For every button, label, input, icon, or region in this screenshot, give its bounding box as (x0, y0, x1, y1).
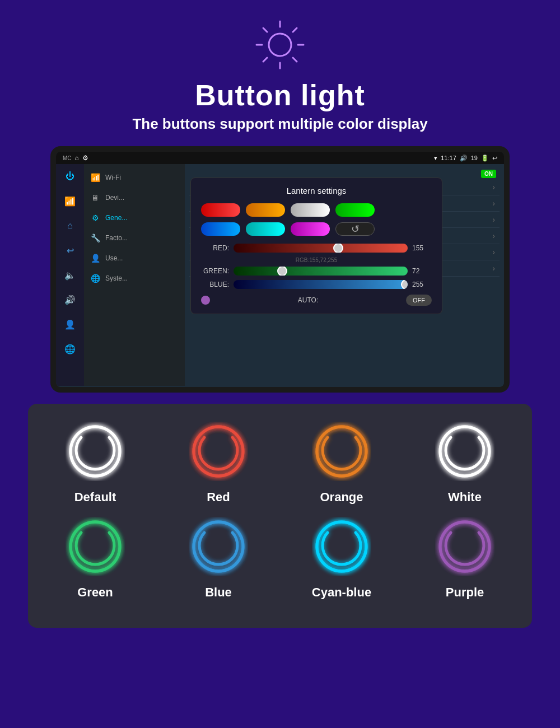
sidebar-vol-up-icon[interactable]: 🔊 (62, 292, 78, 307)
system-label: Syste... (105, 274, 128, 282)
red-slider-row: RED: 155 (201, 244, 432, 253)
wifi-menu-icon: 📶 (90, 172, 101, 183)
power-item-cyan-blue: Cyan-blue (286, 516, 398, 600)
purple-dot (201, 296, 210, 305)
device-label: Devi... (105, 194, 124, 202)
color-swatches-row1 (201, 203, 432, 217)
swatch-green[interactable] (335, 203, 375, 217)
top-section: Button light The buttons support multipl… (0, 0, 560, 146)
chevron-4: › (492, 231, 495, 240)
power-item-blue: Blue (162, 516, 274, 600)
status-mc: MC (63, 155, 72, 161)
power-item-purple: Purple (409, 516, 521, 600)
settings-user[interactable]: 👤 Use... (84, 248, 185, 268)
red-thumb[interactable] (333, 244, 343, 253)
red-label: RED: (201, 244, 229, 252)
wifi-icon: ▾ (434, 155, 437, 162)
chevron-1: › (492, 183, 495, 192)
red-track[interactable] (234, 244, 408, 253)
power-icon-blue (188, 516, 249, 577)
sidebar-power-icon[interactable]: ⏻ (62, 169, 78, 184)
red-value: 155 (412, 244, 432, 252)
bottom-section: Default Red (28, 404, 532, 628)
device-container: MC ⌂ ⚙ ▾ 11:17 🔊 19 🔋 ↩ ⏻ 📶 (0, 146, 560, 393)
swatch-white[interactable] (291, 203, 330, 217)
volume-icon: 🔊 (460, 155, 468, 162)
general-label: Gene... (105, 214, 127, 222)
power-label-purple: Purple (446, 585, 484, 600)
chevron-2: › (492, 199, 495, 208)
svg-line-6 (293, 28, 297, 32)
status-bar: MC ⌂ ⚙ ▾ 11:17 🔊 19 🔋 ↩ (56, 152, 504, 164)
power-grid-row1: Default Red (39, 421, 521, 505)
green-thumb[interactable] (277, 267, 287, 276)
swatch-blue-grad[interactable] (201, 222, 240, 236)
power-icon-purple (434, 516, 496, 577)
settings-factory[interactable]: 🔧 Facto... (84, 228, 185, 248)
left-sidebar: ⏻ 📶 ⌂ ↩ 🔈 🔊 👤 🌐 (56, 164, 84, 386)
sidebar-user-icon[interactable]: 👤 (62, 316, 78, 332)
power-label-default: Default (74, 490, 116, 505)
green-label: GREEN: (201, 267, 229, 275)
power-grid-row2: Green Blue (39, 516, 521, 600)
auto-label: AUTO: (298, 296, 318, 304)
swatch-pink[interactable] (291, 222, 330, 236)
auto-toggle[interactable]: OFF (406, 295, 432, 306)
power-label-white: White (448, 490, 482, 505)
status-right: ▾ 11:17 🔊 19 🔋 ↩ (434, 155, 497, 162)
blue-track[interactable] (234, 280, 408, 289)
green-slider-row: GREEN: 72 (201, 267, 432, 276)
sidebar-vol-down-icon[interactable]: 🔈 (62, 267, 78, 283)
power-icon-cyan-blue (311, 516, 372, 577)
lantern-dialog-title: Lantern settings (201, 186, 432, 195)
settings-wifi[interactable]: 📶 Wi-Fi (84, 167, 185, 188)
device-mockup: MC ⌂ ⚙ ▾ 11:17 🔊 19 🔋 ↩ ⏻ 📶 (50, 146, 510, 393)
power-label-blue: Blue (205, 585, 232, 600)
swatch-cyan[interactable] (246, 222, 285, 236)
settings-panel: 📶 Wi-Fi 🖥 Devi... ⚙ Gene... 🔧 Facto... (84, 164, 185, 386)
green-value: 72 (412, 267, 432, 275)
settings-icon-small: ⚙ (82, 154, 88, 162)
chevron-5: › (492, 248, 495, 256)
sidebar-globe-icon[interactable]: 🌐 (62, 341, 78, 357)
device-screen: MC ⌂ ⚙ ▾ 11:17 🔊 19 🔋 ↩ ⏻ 📶 (56, 152, 504, 387)
wifi-label: Wi-Fi (105, 174, 121, 181)
globe-menu-icon: 🌐 (90, 273, 101, 284)
battery-level: 19 (471, 155, 478, 161)
power-icon-white (434, 421, 496, 482)
power-icon-orange (311, 421, 372, 482)
user-menu-icon: 👤 (90, 253, 101, 264)
swatch-cycle[interactable]: ↺ (335, 222, 375, 236)
rgb-text-label: RGB:155,72,255 (201, 257, 432, 263)
sidebar-back-icon[interactable]: ↩ (62, 242, 78, 258)
settings-general[interactable]: ⚙ Gene... (84, 208, 185, 228)
blue-thumb[interactable] (401, 280, 408, 289)
gear-menu-icon: ⚙ (90, 212, 101, 223)
power-label-green: Green (77, 585, 113, 600)
power-label-orange: Orange (320, 490, 363, 505)
auto-row: AUTO: OFF (201, 295, 432, 306)
settings-system[interactable]: 🌐 Syste... (84, 268, 185, 288)
svg-point-8 (269, 34, 291, 56)
svg-line-7 (263, 58, 267, 62)
factory-label: Facto... (105, 234, 128, 242)
settings-device[interactable]: 🖥 Devi... (84, 188, 185, 208)
swatch-orange[interactable] (246, 203, 285, 217)
chevron-6: › (492, 264, 495, 273)
blue-label: BLUE: (201, 281, 229, 288)
sidebar-home-icon[interactable]: ⌂ (62, 218, 78, 234)
page-title: Button light (195, 78, 365, 112)
power-item-orange: Orange (286, 421, 398, 505)
lantern-dialog: Lantern settings ↺ (190, 178, 442, 314)
status-left: MC ⌂ ⚙ (63, 154, 88, 162)
back-icon: ↩ (492, 155, 497, 162)
swatch-red[interactable] (201, 203, 240, 217)
svg-line-5 (293, 58, 297, 62)
sidebar-wifi-icon[interactable]: 📶 (62, 193, 78, 209)
power-label-cyan-blue: Cyan-blue (312, 585, 371, 600)
sun-icon (252, 17, 308, 73)
blue-value: 255 (412, 281, 432, 288)
factory-menu-icon: 🔧 (90, 232, 101, 244)
blue-slider-row: BLUE: 255 (201, 280, 432, 289)
green-track[interactable] (234, 267, 408, 276)
